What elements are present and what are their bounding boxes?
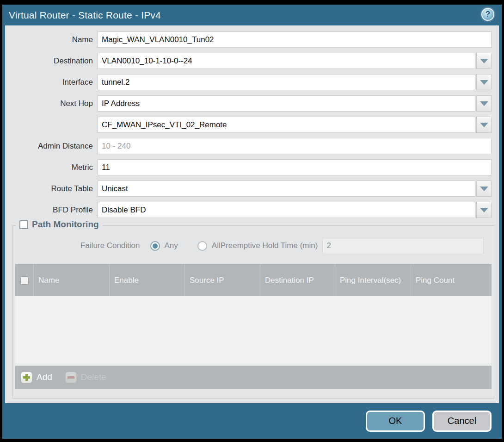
interface-label: Interface <box>5 78 98 87</box>
failure-condition-row: Failure Condition Any All Preemptive Hol… <box>13 238 494 254</box>
path-monitoring-fieldset: Path Monitoring Failure Condition Any Al… <box>12 225 494 398</box>
route-table-input[interactable] <box>98 181 475 197</box>
preemptive-hold-time-input[interactable] <box>322 238 484 254</box>
interface-dropdown-button[interactable] <box>476 74 492 90</box>
chevron-down-icon <box>480 123 488 127</box>
admin-distance-label: Admin Distance <box>5 142 98 151</box>
metric-input[interactable] <box>98 159 492 175</box>
route-table-label: Route Table <box>5 184 98 193</box>
plus-icon <box>21 372 32 383</box>
next-hop-address-dropdown-button[interactable] <box>476 117 492 133</box>
dialog-footer: OK Cancel <box>2 403 502 439</box>
dialog-titlebar: Virtual Router - Static Route - IPv4 ? <box>2 5 502 25</box>
chevron-down-icon <box>480 187 488 191</box>
help-icon[interactable]: ? <box>481 8 494 21</box>
destination-input[interactable] <box>98 53 475 69</box>
chevron-down-icon <box>480 59 488 63</box>
preemptive-hold-time-label: Preemptive Hold Time (min) <box>221 241 318 250</box>
route-table-row: Route Table <box>5 181 499 197</box>
next-hop-row: Next Hop <box>5 95 499 112</box>
name-label: Name <box>5 35 98 44</box>
failure-condition-any-radio[interactable] <box>150 241 160 251</box>
add-button-label: Add <box>37 372 52 382</box>
column-header-enable[interactable]: Enable <box>109 264 184 296</box>
destination-row: Destination <box>5 53 499 69</box>
next-hop-type-input[interactable] <box>98 95 475 112</box>
column-header-ping-count[interactable]: Ping Count <box>411 264 492 296</box>
screenshot-frame: Virtual Router - Static Route - IPv4 ? N… <box>0 0 504 442</box>
next-hop-address-input[interactable] <box>98 117 475 133</box>
route-form: Name Destination Interface <box>5 25 499 218</box>
path-monitoring-label: Path Monitoring <box>32 219 99 230</box>
ok-button[interactable]: OK <box>366 411 425 432</box>
next-hop-label: Next Hop <box>5 99 98 108</box>
select-all-cell <box>15 264 33 296</box>
interface-input[interactable] <box>98 74 475 90</box>
column-header-ping-interval[interactable]: Ping Interval(sec) <box>335 264 411 296</box>
path-monitoring-table: Name Enable Source IP Destination IP Pin… <box>15 264 492 389</box>
minus-icon <box>65 372 77 383</box>
bfd-profile-label: BFD Profile <box>5 205 98 215</box>
column-header-source-ip[interactable]: Source IP <box>184 264 260 296</box>
delete-button-label: Delete <box>81 372 106 382</box>
cancel-button[interactable]: Cancel <box>432 411 492 432</box>
admin-distance-row: Admin Distance <box>5 138 499 154</box>
failure-condition-any-label: Any <box>165 241 178 250</box>
interface-row: Interface <box>5 74 499 90</box>
bfd-profile-dropdown-button[interactable] <box>476 202 492 218</box>
chevron-down-icon <box>480 80 488 85</box>
table-body-empty <box>15 296 492 366</box>
next-hop-type-dropdown-button[interactable] <box>476 95 492 112</box>
destination-label: Destination <box>5 56 98 66</box>
column-header-destination-ip[interactable]: Destination IP <box>260 264 335 296</box>
metric-label: Metric <box>5 163 98 172</box>
dialog-content: Name Destination Interface <box>5 25 499 403</box>
path-monitoring-legend: Path Monitoring <box>16 219 103 230</box>
name-input[interactable] <box>98 31 492 48</box>
select-all-checkbox[interactable] <box>20 276 29 285</box>
failure-condition-all-label: All <box>212 241 221 250</box>
table-header-row: Name Enable Source IP Destination IP Pin… <box>15 264 492 296</box>
name-row: Name <box>5 31 499 48</box>
bfd-profile-row: BFD Profile <box>5 202 499 218</box>
chevron-down-icon <box>480 208 488 212</box>
metric-row: Metric <box>5 159 499 175</box>
failure-condition-label: Failure Condition <box>80 241 140 250</box>
failure-condition-all-radio[interactable] <box>197 241 207 251</box>
route-table-dropdown-button[interactable] <box>476 181 492 197</box>
column-header-name[interactable]: Name <box>33 264 109 296</box>
add-button[interactable]: Add <box>21 372 52 383</box>
next-hop-value-row <box>5 117 499 133</box>
static-route-dialog: Virtual Router - Static Route - IPv4 ? N… <box>2 5 502 439</box>
destination-dropdown-button[interactable] <box>476 53 492 69</box>
table-toolbar: Add Delete <box>15 366 492 389</box>
chevron-down-icon <box>480 101 488 106</box>
bfd-profile-input[interactable] <box>98 202 475 218</box>
admin-distance-input[interactable] <box>98 138 492 154</box>
dialog-title: Virtual Router - Static Route - IPv4 <box>9 10 161 21</box>
path-monitoring-checkbox[interactable] <box>19 220 28 229</box>
delete-button[interactable]: Delete <box>65 372 106 383</box>
